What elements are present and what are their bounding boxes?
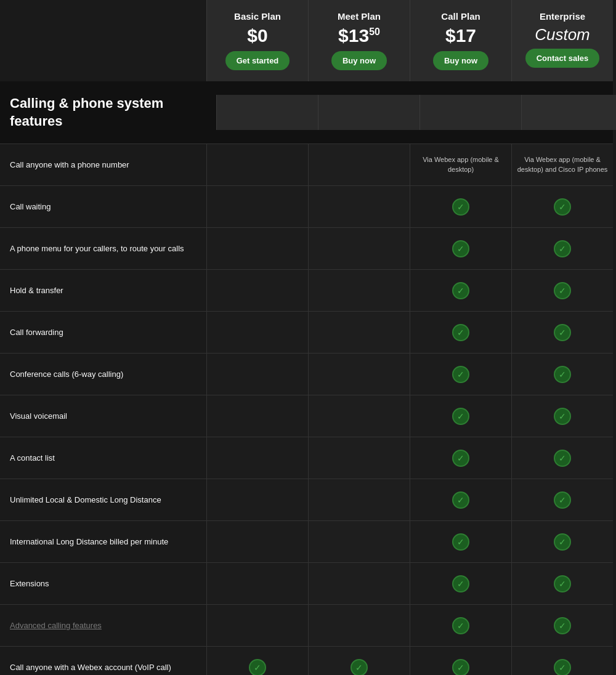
feature-cell-meet-7	[308, 437, 410, 479]
feature-cell-enterprise-2: ✓	[511, 228, 613, 269]
check-icon: ✓	[554, 659, 571, 675]
feature-cell-enterprise-11: ✓	[511, 605, 613, 646]
feature-row-3: Hold & transfer✓✓	[0, 269, 613, 311]
feature-row-2: A phone menu for your callers, to route …	[0, 227, 613, 269]
feature-cell-enterprise-10: ✓	[511, 563, 613, 604]
check-icon: ✓	[554, 282, 571, 299]
feature-cell-enterprise-12: ✓	[511, 647, 613, 675]
feature-cell-meet-2	[308, 228, 410, 269]
section-title: Calling & phone system features	[10, 95, 216, 130]
section-header: Calling & phone system features	[0, 81, 613, 143]
meet-cta-button[interactable]: Buy now	[331, 51, 387, 70]
feature-cell-meet-1	[308, 186, 410, 227]
basic-cta-button[interactable]: Get started	[225, 51, 290, 70]
check-icon: ✓	[452, 533, 469, 551]
check-icon: ✓	[452, 324, 469, 341]
feature-label-2: A phone menu for your callers, to route …	[0, 228, 206, 269]
feature-cell-basic-4	[206, 312, 308, 353]
feature-label-11[interactable]: Advanced calling features	[0, 605, 206, 646]
feature-cell-basic-7	[206, 437, 308, 479]
check-icon: ✓	[554, 324, 571, 341]
feature-row-11: Advanced calling features✓✓	[0, 604, 613, 646]
check-icon: ✓	[554, 198, 571, 216]
feature-cell-call-11: ✓	[410, 605, 511, 646]
feature-cell-meet-11	[308, 605, 410, 646]
feature-cell-meet-12: ✓	[308, 647, 410, 675]
feature-row-8: Unlimited Local & Domestic Long Distance…	[0, 479, 613, 520]
feature-cell-enterprise-9: ✓	[511, 521, 613, 562]
feature-cell-meet-9	[308, 521, 410, 562]
feature-label-1: Call waiting	[0, 186, 206, 227]
feature-cell-meet-10	[308, 563, 410, 604]
feature-cell-call-6: ✓	[410, 395, 511, 437]
feature-cell-basic-11	[206, 605, 308, 646]
section-col-meet	[318, 95, 419, 130]
feature-cell-enterprise-1: ✓	[511, 186, 613, 227]
feature-cell-basic-12: ✓	[206, 647, 308, 675]
check-icon: ✓	[351, 659, 368, 675]
check-icon: ✓	[452, 450, 469, 467]
section-col-basic	[216, 95, 318, 130]
plan-name-meet: Meet Plan	[316, 11, 402, 22]
feature-label-12: Call anyone with a Webex account (VoIP c…	[0, 647, 206, 675]
feature-row-9: International Long Distance billed per m…	[0, 520, 613, 562]
call-cta-button[interactable]: Buy now	[433, 51, 488, 70]
feature-text-call-0: Via Webex app (mobile & desktop)	[415, 155, 506, 174]
feature-label-5: Conference calls (6-way calling)	[0, 354, 206, 395]
section-col-call	[419, 95, 521, 130]
feature-label-8: Unlimited Local & Domestic Long Distance	[0, 479, 206, 520]
feature-cell-call-2: ✓	[410, 228, 511, 269]
feature-cell-meet-5	[308, 354, 410, 395]
feature-cell-meet-4	[308, 312, 410, 353]
feature-cell-basic-6	[206, 395, 308, 437]
check-icon: ✓	[554, 240, 571, 257]
plan-price-basic: $0	[214, 26, 301, 45]
feature-label-3: Hold & transfer	[0, 270, 206, 311]
feature-cell-call-3: ✓	[410, 270, 511, 311]
enterprise-cta-button[interactable]: Contact sales	[525, 49, 600, 68]
check-icon: ✓	[452, 198, 469, 216]
section-col-enterprise	[521, 95, 616, 130]
feature-row-1: Call waiting✓✓	[0, 185, 613, 227]
feature-cell-enterprise-4: ✓	[511, 312, 613, 353]
check-icon: ✓	[554, 617, 571, 634]
feature-row-12: Call anyone with a Webex account (VoIP c…	[0, 646, 613, 675]
feature-cell-enterprise-5: ✓	[511, 354, 613, 395]
check-icon: ✓	[554, 366, 571, 383]
plan-header-basic: Basic Plan $0 Get started	[206, 0, 308, 81]
check-icon: ✓	[452, 617, 469, 634]
feature-cell-call-1: ✓	[410, 186, 511, 227]
feature-cell-call-4: ✓	[410, 312, 511, 353]
plan-price-enterprise: Custom	[519, 26, 606, 42]
feature-text-enterprise-0: Via Webex app (mobile & desktop) and Cis…	[517, 155, 608, 174]
feature-label-9: International Long Distance billed per m…	[0, 521, 206, 562]
plan-header-call: Call Plan $17 Buy now	[410, 0, 511, 81]
check-icon: ✓	[452, 575, 469, 592]
feature-cell-enterprise-6: ✓	[511, 395, 613, 437]
feature-row-6: Visual voicemail✓✓	[0, 395, 613, 437]
feature-cell-enterprise-3: ✓	[511, 270, 613, 311]
feature-cell-call-7: ✓	[410, 437, 511, 479]
feature-row-10: Extensions✓✓	[0, 562, 613, 604]
check-icon: ✓	[452, 240, 469, 257]
plan-header-enterprise: Enterprise Custom Contact sales	[511, 0, 613, 81]
feature-cell-meet-0	[308, 144, 410, 185]
feature-cell-enterprise-0: Via Webex app (mobile & desktop) and Cis…	[511, 144, 613, 185]
check-icon: ✓	[452, 659, 469, 675]
pricing-table: Basic Plan $0 Get started Meet Plan $135…	[0, 0, 616, 675]
check-icon: ✓	[452, 282, 469, 299]
check-icon: ✓	[554, 408, 571, 425]
check-icon: ✓	[554, 533, 571, 551]
plan-price-call: $17	[418, 26, 504, 45]
feature-cell-basic-3	[206, 270, 308, 311]
check-icon: ✓	[452, 491, 469, 509]
check-icon: ✓	[554, 575, 571, 592]
feature-cell-call-8: ✓	[410, 479, 511, 520]
feature-cell-call-5: ✓	[410, 354, 511, 395]
feature-cell-basic-2	[206, 228, 308, 269]
feature-cell-call-10: ✓	[410, 563, 511, 604]
feature-row-7: A contact list✓✓	[0, 437, 613, 479]
feature-cell-meet-8	[308, 479, 410, 520]
feature-row-5: Conference calls (6-way calling)✓✓	[0, 353, 613, 395]
check-icon: ✓	[554, 491, 571, 509]
